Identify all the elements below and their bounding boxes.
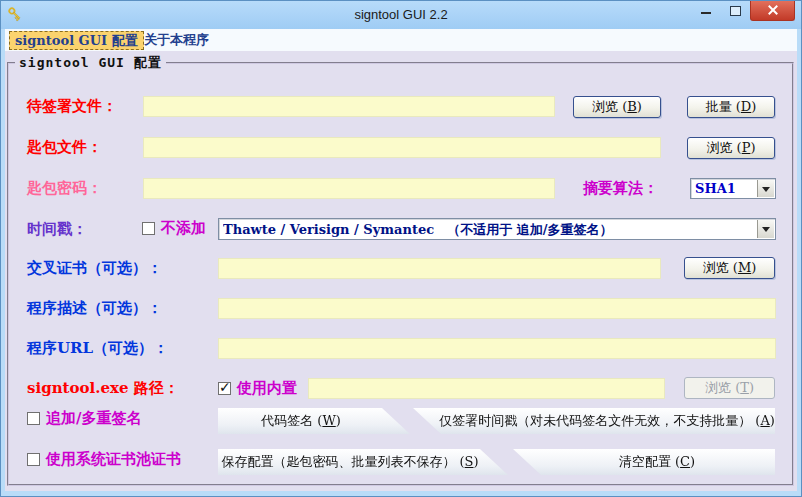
keybag-password-input[interactable] [143, 178, 555, 199]
minimize-button[interactable] [692, 1, 720, 21]
program-url-input[interactable] [218, 338, 776, 359]
clear-config-button[interactable]: 清空配置 (C) [513, 449, 775, 475]
browse-signtool-button: 浏览 (T) [684, 377, 775, 399]
target-file-label: 待签署文件： [27, 97, 117, 116]
timestamp-server-combobox[interactable]: Thawte / Verisign / Symantec （不适用于 追加/多重… [218, 218, 776, 240]
program-description-label: 程序描述（可选）： [27, 299, 162, 318]
cross-cert-input[interactable] [218, 258, 661, 279]
client-area: signtool GUI 配置 待签署文件： 浏览 (B) 批量 (D) 匙包文… [5, 51, 797, 491]
no-timestamp-checkbox[interactable] [142, 222, 155, 235]
window-title: signtool GUI 2.2 [1, 7, 801, 22]
timestamp-only-button[interactable]: 仅签署时间戳（对未代码签名文件无效，不支持批量） (A) [413, 408, 775, 434]
keybag-file-input[interactable] [143, 137, 661, 158]
browse-target-button[interactable]: 浏览 (B) [573, 96, 661, 118]
no-timestamp-checkbox-label[interactable]: 不添加 [161, 219, 206, 238]
system-store-checkbox-label[interactable]: 使用系统证书池证书 [46, 450, 181, 469]
use-builtin-checkbox[interactable]: ✓ [218, 382, 231, 395]
signtool-path-input[interactable] [308, 378, 665, 399]
digest-combo-drop-button [757, 180, 774, 197]
minimize-icon [701, 12, 711, 14]
browse-cross-cert-button[interactable]: 浏览 (M) [684, 257, 775, 279]
target-file-input[interactable] [143, 96, 555, 117]
program-url-label: 程序URL（可选）： [27, 339, 168, 358]
timestamp-selected-value: Thawte / Verisign / Symantec （不适用于 追加/多重… [223, 221, 755, 239]
chevron-down-icon [762, 227, 770, 236]
save-config-button[interactable]: 保存配置（匙包密码、批量列表不保存） (S) [218, 449, 508, 475]
timestamp-combo-drop-button [757, 220, 774, 238]
keybag-password-label: 匙包密码： [27, 179, 102, 198]
menubar: signtool GUI 配置 关于本程序 [5, 29, 797, 52]
digest-combobox[interactable]: SHA1 [690, 178, 776, 199]
digest-algorithm-label: 摘要算法： [583, 179, 658, 198]
chevron-down-icon [762, 187, 770, 196]
digest-selected-value: SHA1 [695, 181, 755, 196]
program-description-input[interactable] [218, 298, 776, 319]
window-controls [692, 1, 795, 21]
menu-item-about[interactable]: 关于本程序 [139, 31, 214, 48]
append-sign-checkbox-label[interactable]: 追加/多重签名 [46, 409, 141, 428]
append-sign-checkbox[interactable] [27, 412, 40, 425]
use-builtin-checkbox-label[interactable]: 使用内置 [237, 379, 297, 398]
browse-keybag-button[interactable]: 浏览 (P) [687, 137, 775, 159]
groupbox-title: signtool GUI 配置 [15, 54, 166, 72]
check-icon: ✓ [219, 379, 231, 395]
system-store-checkbox[interactable] [27, 453, 40, 466]
code-sign-button[interactable]: 代码签名 (W) [218, 408, 410, 434]
maximize-button[interactable] [720, 1, 750, 21]
timestamp-label: 时间戳： [27, 220, 87, 239]
keybag-file-label: 匙包文件： [27, 138, 102, 157]
menu-item-config[interactable]: signtool GUI 配置 [9, 31, 144, 50]
signtool-path-label: signtool.exe 路径： [27, 379, 179, 398]
close-button[interactable] [750, 1, 795, 21]
batch-button[interactable]: 批量 (D) [687, 96, 775, 118]
titlebar[interactable]: signtool GUI 2.2 [1, 1, 801, 29]
app-window: signtool GUI 2.2 signtool GUI 配置 关于本程序 s… [0, 0, 802, 497]
maximize-icon [730, 6, 741, 16]
cross-cert-label: 交叉证书（可选）： [27, 259, 162, 278]
